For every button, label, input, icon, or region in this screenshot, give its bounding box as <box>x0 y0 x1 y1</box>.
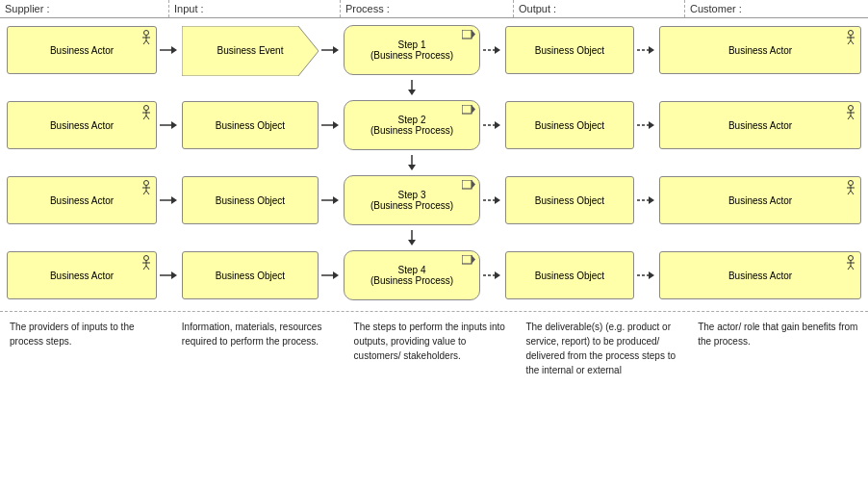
object-box: Business Object <box>505 101 634 149</box>
connector-dash <box>637 269 656 282</box>
svg-marker-9 <box>333 46 339 54</box>
svg-line-70 <box>143 266 146 270</box>
svg-marker-35 <box>495 121 500 129</box>
svg-marker-29 <box>171 121 177 129</box>
process-box: Step 1 (Business Process) <box>344 25 480 75</box>
svg-marker-37 <box>649 121 654 129</box>
connector-solid <box>160 269 179 282</box>
descriptions: The providers of inputs to the process s… <box>0 312 868 381</box>
v-arrow-row-2 <box>0 228 868 247</box>
v-arrow-row-1 <box>0 153 868 172</box>
svg-line-27 <box>146 116 149 119</box>
svg-marker-57 <box>495 196 500 204</box>
svg-line-71 <box>146 266 149 270</box>
svg-point-82 <box>849 256 854 261</box>
event-box: Business Event <box>182 26 319 74</box>
desc-supplier: The providers of inputs to the process s… <box>4 320 176 377</box>
lane-header-output: Output : <box>514 0 685 17</box>
stick-figure-icon <box>845 105 856 122</box>
svg-marker-79 <box>495 271 500 279</box>
process-label: Process <box>345 3 384 14</box>
lane-header-process: Process : <box>341 0 514 17</box>
svg-marker-51 <box>171 196 177 204</box>
connector-dash <box>637 193 656 207</box>
actor-box: Business Actor <box>659 26 861 74</box>
svg-marker-31 <box>333 121 339 129</box>
connector-dash <box>483 269 502 282</box>
actor-box: Business Actor <box>7 251 157 299</box>
down-arrow-1 <box>341 153 483 172</box>
svg-marker-81 <box>649 271 654 279</box>
svg-marker-33 <box>472 105 475 114</box>
page-wrapper: Supplier : Input : Process : Output : Cu… <box>0 0 868 381</box>
svg-point-60 <box>849 181 854 186</box>
svg-point-0 <box>144 31 149 36</box>
connector-dash <box>483 193 502 207</box>
svg-rect-76 <box>462 255 472 264</box>
v-arrow-row-0 <box>0 78 868 97</box>
object-box: Business Object <box>505 176 634 224</box>
desc-process: The steps to perform the inputs into out… <box>348 320 521 377</box>
svg-line-85 <box>848 266 851 270</box>
actor-box: Business Actor <box>659 251 861 299</box>
connector-dash <box>483 43 502 57</box>
input-label: Input <box>174 3 197 14</box>
svg-line-19 <box>848 40 851 44</box>
process-box: Step 2 (Business Process) <box>344 100 480 150</box>
svg-marker-55 <box>472 180 475 189</box>
object-box: Business Object <box>182 251 319 299</box>
svg-rect-10 <box>462 30 472 39</box>
connector-solid <box>160 193 179 207</box>
svg-marker-77 <box>472 255 475 264</box>
stick-figure-icon <box>845 180 856 197</box>
actor-box: Business Actor <box>659 101 861 149</box>
object-box: Business Object <box>505 26 634 74</box>
svg-marker-73 <box>171 271 177 279</box>
svg-marker-22 <box>408 90 416 95</box>
connector-solid <box>160 43 179 57</box>
svg-line-41 <box>848 116 851 119</box>
desc-output: The deliverable(s) (e.g. product or serv… <box>520 320 692 377</box>
svg-marker-11 <box>472 30 475 39</box>
lane-header-input: Input : <box>169 0 341 17</box>
connector-solid <box>321 269 341 282</box>
down-arrow-2 <box>341 228 483 247</box>
svg-marker-66 <box>408 240 416 245</box>
object-box: Business Object <box>182 101 319 149</box>
supplier-label: Supplier <box>5 3 43 14</box>
desc-input: Information, materials, resources requir… <box>176 320 348 377</box>
diagram-body: Business ActorBusiness Event Step 1 (Bus… <box>0 18 868 312</box>
svg-point-16 <box>849 31 854 36</box>
svg-line-20 <box>851 40 854 44</box>
svg-marker-13 <box>495 46 500 54</box>
svg-line-86 <box>851 266 854 270</box>
svg-marker-75 <box>333 271 339 279</box>
desc-customer: The actor/ role that gain benefits from … <box>692 320 864 377</box>
connector-dash <box>637 43 656 57</box>
svg-marker-6 <box>171 46 177 54</box>
svg-line-42 <box>851 116 854 119</box>
object-box: Business Object <box>505 251 634 299</box>
svg-line-64 <box>851 191 854 194</box>
diagram-row-2: Business ActorBusiness Object Step 3 (Bu… <box>0 172 868 228</box>
output-label: Output <box>519 3 550 14</box>
customer-label: Customer <box>690 3 736 14</box>
svg-marker-59 <box>649 196 654 204</box>
actor-box: Business Actor <box>659 176 861 224</box>
connector-solid <box>321 43 341 57</box>
connector-solid <box>321 193 341 207</box>
lane-header-customer: Customer : <box>685 0 868 17</box>
connector-dash <box>483 118 502 132</box>
diagram-row-0: Business ActorBusiness Event Step 1 (Bus… <box>0 22 868 78</box>
svg-point-23 <box>144 106 149 111</box>
actor-box: Business Actor <box>7 176 157 224</box>
svg-rect-54 <box>462 180 472 189</box>
svg-line-3 <box>143 40 146 44</box>
stick-figure-icon <box>140 30 152 47</box>
actor-box: Business Actor <box>7 101 157 149</box>
svg-point-45 <box>144 181 149 186</box>
stick-figure-icon <box>140 180 152 197</box>
svg-line-26 <box>143 116 146 119</box>
connector-solid <box>321 118 341 132</box>
svg-line-48 <box>143 191 146 194</box>
